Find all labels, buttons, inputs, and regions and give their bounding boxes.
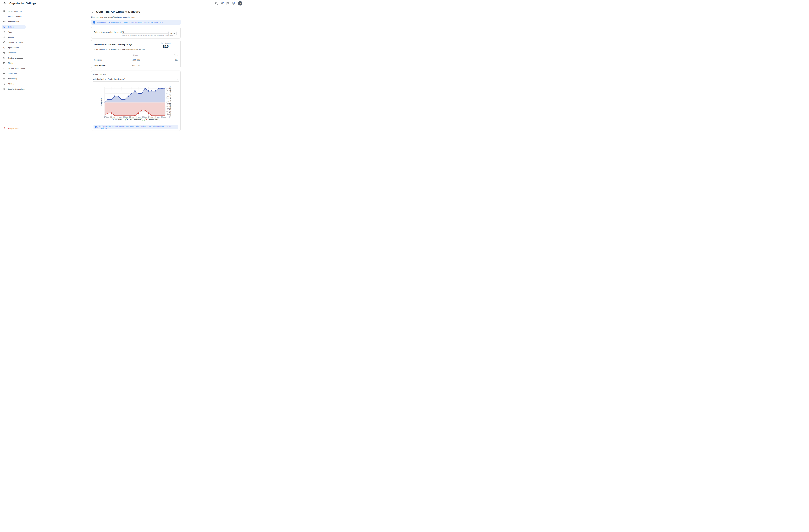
legend-pill-transfer-costs[interactable]: Transfer Costs xyxy=(144,118,160,121)
page-title: Over-The-Air Content Delivery xyxy=(96,10,140,14)
download-icon xyxy=(3,31,5,33)
sidebar-item-label: Custom QA checks xyxy=(8,41,23,44)
legend-label: Data Transferred xyxy=(129,119,141,121)
usage-heading: Over-The-Air Content Delivery usage xyxy=(94,43,132,46)
sidebar-item-spellcheckers[interactable]: ASpellcheckers xyxy=(2,46,26,50)
search-icon[interactable] xyxy=(214,1,218,5)
sidebar-item-label: Apps xyxy=(8,31,12,33)
row-price: - xyxy=(162,63,178,68)
sidebar: Organization infoAccount DefaultsAuthent… xyxy=(0,7,34,92)
save-button[interactable]: SAVE xyxy=(169,31,176,35)
usage-chart: 0.50.40.30.20.10.0$0.1$0.2$0.3$0.4$0.517… xyxy=(91,84,181,118)
back-icon[interactable] xyxy=(3,1,6,5)
usage-table-header: Usage Price xyxy=(91,54,180,57)
dollar-icon: $ xyxy=(3,26,5,28)
page-back-icon[interactable] xyxy=(91,10,94,14)
row-name: Requests xyxy=(94,57,102,63)
sidebar-item-security-log[interactable]: Security log xyxy=(2,76,26,81)
notifications-badge xyxy=(223,2,224,3)
notifications-icon[interactable] xyxy=(220,1,224,5)
row-usage: 2.441 GB xyxy=(120,63,152,68)
usage-column-header: Usage xyxy=(120,54,152,57)
table-row: Requests5 000 000$15 xyxy=(91,57,180,63)
sidebar-item-authentication[interactable]: Authentication xyxy=(2,20,26,24)
sidebar-item-legal-and-compliance[interactable]: Legal and compliance xyxy=(2,87,26,91)
fields-icon xyxy=(3,62,5,64)
row-price: $15 xyxy=(162,57,178,63)
threshold-card: Daily balance warning threshold, $ When … xyxy=(91,27,180,38)
person-gear-icon xyxy=(3,36,5,38)
svg-text:19 aug: 19 aug xyxy=(117,116,122,118)
api-icon xyxy=(3,83,5,85)
payment-info-text: Payment for OTA usage will be included i… xyxy=(97,21,163,23)
filter-underline xyxy=(93,81,179,82)
avatar[interactable]: J xyxy=(238,1,242,5)
sidebar-item-label: OAuth apps xyxy=(8,72,17,74)
sidebar-item-account-defaults[interactable]: Account Defaults xyxy=(2,14,26,19)
svg-text:26 aug: 26 aug xyxy=(161,116,166,118)
legend-dot xyxy=(127,119,128,120)
sidebar-item-custom-qa-checks[interactable]: Custom QA checks xyxy=(2,40,26,45)
chevron-down-icon[interactable] xyxy=(176,79,178,80)
row-name: Data transfer xyxy=(94,63,105,68)
svg-text:?: ? xyxy=(233,2,234,4)
help-badge xyxy=(234,2,236,3)
building-icon xyxy=(3,10,5,13)
price-column-header: Price xyxy=(162,54,178,57)
sidebar-item-label: Legal and compliance xyxy=(8,88,25,90)
sidebar-item-billing[interactable]: $Billing xyxy=(2,25,26,29)
topbar-actions: ? J xyxy=(214,1,242,5)
usage-card: Over-The-Air Content Delivery usage If y… xyxy=(91,40,180,68)
window-title: Organization Settings xyxy=(10,2,36,5)
sidebar-item-label: Agents xyxy=(8,36,14,38)
threshold-helper: When your daily balance reaches this amo… xyxy=(122,34,174,36)
sidebar-item-fields[interactable]: Fields xyxy=(2,61,26,65)
key-icon xyxy=(3,20,5,23)
sidebar-item-apps[interactable]: Apps xyxy=(2,30,26,34)
cloud-icon xyxy=(3,72,5,74)
globe-icon xyxy=(3,57,5,59)
sidebar-item-label: Authentication xyxy=(8,21,19,23)
legend-label: Requests xyxy=(115,119,122,121)
vertical-divider xyxy=(153,41,153,51)
legend-dot xyxy=(145,119,147,120)
sidebar-item-label: Spellcheckers xyxy=(8,47,19,49)
svg-text:23 aug: 23 aug xyxy=(136,116,141,118)
usage-statistics-card: Usage Statistics All distributions (incl… xyxy=(91,71,180,131)
svg-text:21 aug: 21 aug xyxy=(129,116,134,118)
sidebar-item-danger-zone[interactable]: Danger zone xyxy=(0,126,18,131)
legend-pill-data-transferred[interactable]: Data Transferred xyxy=(125,118,143,121)
payment-info-banner: i Payment for OTA usage will be included… xyxy=(91,20,180,24)
sidebar-item-oauth-apps[interactable]: OAuth apps xyxy=(2,71,26,75)
page-subtitle: Here you can review you OTA data and req… xyxy=(91,16,135,18)
chat-icon[interactable] xyxy=(226,1,229,5)
transfer-costs-info-text: The Transfer Costs graph provides approx… xyxy=(99,125,177,129)
distribution-filter-select[interactable]: All distributions (including deleted) xyxy=(93,78,125,81)
sidebar-item-agents[interactable]: Agents xyxy=(2,35,26,39)
sidebar-item-organization-info[interactable]: Organization info xyxy=(2,9,26,14)
total-amount-label: Total Amount xyxy=(154,42,177,44)
sidebar-item-label: Custom placeholders xyxy=(8,67,25,69)
sidebar-item-webhooks[interactable]: Webhooks xyxy=(2,51,26,55)
warning-icon xyxy=(3,127,6,130)
sidebar-item-label: Fields xyxy=(8,62,13,64)
person-gear-icon xyxy=(3,15,5,18)
threshold-input[interactable] xyxy=(122,30,168,34)
svg-text:25 aug: 25 aug xyxy=(155,116,159,118)
sidebar-item-api-log[interactable]: API Log xyxy=(2,82,26,86)
svg-text:24 aug: 24 aug xyxy=(148,116,153,118)
legend-dot xyxy=(113,119,115,120)
sidebar-item-label: API Log xyxy=(8,83,14,85)
help-icon[interactable]: ? xyxy=(231,1,235,5)
sidebar-item-label: Billing xyxy=(8,26,14,28)
svg-text:Transfer Costs | Data transfer: Transfer Costs | Data transferred (GB) xyxy=(169,86,171,118)
chart-legend: RequestsData TransferredTransfer Costs xyxy=(91,118,180,121)
sidebar-item-custom-placeholders[interactable]: Custom placeholders xyxy=(2,66,26,70)
code-icon xyxy=(3,67,5,69)
sidebar-item-label: Account Defaults xyxy=(8,16,21,17)
sidebar-item-custom-languages[interactable]: Custom languages xyxy=(2,56,26,60)
app-window: Organization Settings ? J Organization i… xyxy=(0,0,245,133)
legend-pill-requests[interactable]: Requests xyxy=(112,118,124,121)
info-icon xyxy=(3,88,5,90)
sidebar-item-label: Webhooks xyxy=(8,52,17,54)
